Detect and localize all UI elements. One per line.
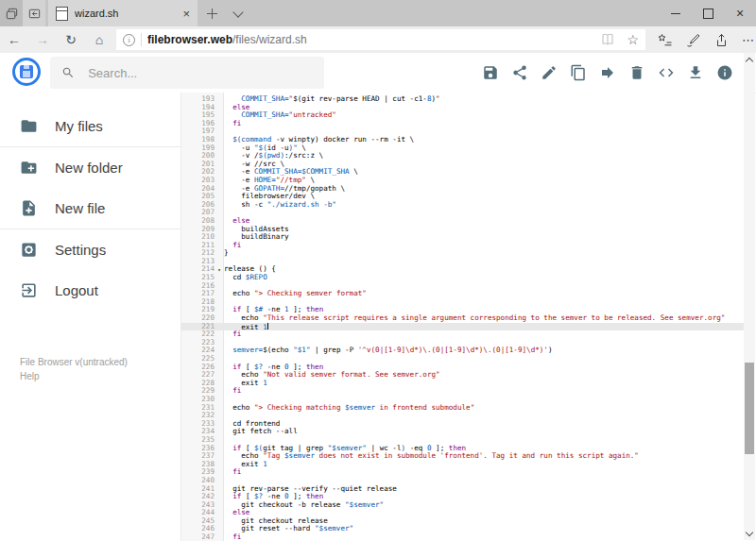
- fold-gutter: [215, 111, 224, 120]
- text-cursor: [267, 323, 268, 330]
- fold-gutter: [215, 339, 224, 347]
- sidebar-item-logout[interactable]: Logout: [0, 270, 180, 311]
- code-line[interactable]: 224 semver=$(echo "$1" | grep -P '^v(0|[…: [181, 347, 744, 355]
- code-line[interactable]: 196 fi: [181, 120, 744, 128]
- code-line[interactable]: 215 cd $REPO: [181, 274, 744, 282]
- maximize-button[interactable]: [692, 0, 724, 26]
- filebrowser-logo[interactable]: [12, 58, 41, 86]
- refresh-button[interactable]: ↻: [57, 32, 85, 47]
- set-tabs-aside-icon[interactable]: [23, 0, 45, 26]
- code-line[interactable]: 221 exit 1: [181, 323, 744, 331]
- site-info-icon[interactable]: i: [123, 34, 135, 46]
- fold-gutter: [215, 445, 224, 453]
- fold-gutter: [215, 177, 224, 185]
- search-box[interactable]: [50, 57, 324, 89]
- fold-gutter: [215, 104, 224, 112]
- save-button[interactable]: [482, 64, 499, 81]
- fold-gutter: [215, 226, 224, 234]
- share-page-icon[interactable]: [713, 32, 730, 48]
- new-tab-button[interactable]: [198, 0, 226, 26]
- close-window-button[interactable]: ×: [724, 0, 756, 26]
- sidebar-item-my-files[interactable]: My files: [0, 106, 180, 146]
- code-line[interactable]: 229 fi: [181, 387, 744, 396]
- favorites-hub-icon[interactable]: [657, 32, 673, 48]
- sidebar: My files New folder New file Settings Lo…: [0, 93, 181, 541]
- code-text: [224, 209, 744, 217]
- code-editor[interactable]: 193 COMMIT_SHA="$(git rev-parse HEAD | c…: [181, 93, 744, 541]
- code-line[interactable]: 239 fi: [181, 468, 744, 477]
- code-text: cd frontend: [224, 420, 744, 429]
- fold-gutter: [215, 298, 224, 307]
- code-line[interactable]: 243 git checkout -b release "$semver": [181, 501, 744, 510]
- fold-gutter: [215, 501, 224, 510]
- fold-gutter: [215, 533, 224, 541]
- sidebar-item-settings[interactable]: Settings: [0, 229, 180, 270]
- tab-close-icon[interactable]: ×: [182, 8, 190, 20]
- fold-gutter: [215, 242, 224, 250]
- favorite-star-icon[interactable]: ☆: [627, 32, 639, 47]
- share-button[interactable]: [511, 64, 528, 81]
- code-text: git checkout -b release "$semver": [224, 501, 744, 510]
- navbar-right-icons: ⋯: [657, 32, 755, 48]
- code-line[interactable]: 217 echo "> Checking semver format": [181, 290, 744, 298]
- settings-icon: [20, 241, 38, 259]
- web-note-pen-icon[interactable]: [685, 32, 701, 48]
- code-line[interactable]: 210 buildBinary: [181, 233, 744, 242]
- home-button[interactable]: ⌂: [85, 32, 113, 47]
- code-text: fi: [224, 533, 744, 541]
- forward-button[interactable]: →: [28, 32, 57, 47]
- code-line[interactable]: 207: [181, 209, 744, 217]
- page-scrollbar[interactable]: [744, 53, 755, 540]
- code-line[interactable]: 211 fi: [181, 242, 744, 250]
- fold-gutter: [215, 396, 224, 404]
- code-line[interactable]: 247 fi: [181, 533, 744, 541]
- minimize-button[interactable]: [660, 0, 692, 26]
- sidebar-item-new-file[interactable]: New file: [0, 188, 180, 228]
- address-bar[interactable]: i filebrowser.web/files/wizard.sh ☆: [116, 29, 645, 50]
- fold-arrow-icon[interactable]: ▾: [215, 265, 224, 274]
- code-line[interactable]: 222 fi: [181, 330, 744, 339]
- code-text: buildBinary: [224, 233, 744, 242]
- code-line[interactable]: 206 sh -c "./wizard.sh -b": [181, 201, 744, 210]
- delete-button[interactable]: [628, 64, 645, 81]
- scroll-up-arrow[interactable]: [744, 54, 755, 65]
- search-input[interactable]: [86, 65, 313, 81]
- code-lines: 193 COMMIT_SHA="$(git rev-parse HEAD | c…: [181, 95, 744, 541]
- code-line[interactable]: 238 exit 1: [181, 461, 744, 469]
- move-button[interactable]: [599, 64, 616, 81]
- raw-code-button[interactable]: [658, 64, 675, 81]
- scrollbar-thumb[interactable]: [745, 363, 754, 454]
- code-line[interactable]: 234 git fetch --all: [181, 428, 744, 436]
- code-text: echo "Tag $semver does not exist in subm…: [224, 452, 744, 461]
- browser-window: { "colors":{"brand_blue":"#2b7de9","icon…: [0, 0, 756, 541]
- code-line[interactable]: 246 git reset --hard "$semver": [181, 525, 744, 533]
- sidebar-item-new-folder[interactable]: New folder: [0, 147, 180, 188]
- code-text: semver=$(echo "$1" | grep -P '^v(0|[1-9]…: [224, 347, 744, 355]
- tab-list-chevron[interactable]: [226, 0, 250, 26]
- back-button[interactable]: ←: [0, 32, 28, 47]
- rename-button[interactable]: [541, 64, 558, 81]
- code-line[interactable]: 193 COMMIT_SHA="$(git rev-parse HEAD | c…: [181, 95, 744, 104]
- more-menu-icon[interactable]: ⋯: [742, 33, 755, 47]
- fold-gutter: [215, 380, 224, 388]
- copy-button[interactable]: [570, 64, 587, 81]
- code-line[interactable]: 212}: [181, 249, 744, 258]
- url-domain: filebrowser.web: [147, 33, 232, 46]
- fold-gutter: [215, 428, 224, 436]
- url-text[interactable]: filebrowser.web/files/wizard.sh: [147, 33, 594, 46]
- maximize-icon: [703, 8, 713, 19]
- url-path: /files/wizard.sh: [232, 33, 307, 46]
- fold-gutter: [215, 371, 224, 380]
- code-line[interactable]: 195 COMMIT_SHA="untracked": [181, 111, 744, 120]
- reading-view-icon[interactable]: [600, 32, 615, 47]
- browser-tab[interactable]: wizard.sh ×: [48, 0, 198, 26]
- scroll-down-arrow[interactable]: [744, 528, 755, 539]
- info-button[interactable]: [716, 64, 733, 81]
- code-line[interactable]: 228 exit 1: [181, 380, 744, 388]
- code-line[interactable]: 231 echo "> Checking matching $semver in…: [181, 404, 744, 413]
- help-link[interactable]: Help: [20, 369, 128, 383]
- tab-preview-icon[interactable]: [0, 0, 23, 26]
- sidebar-item-label: Logout: [55, 282, 98, 298]
- download-button[interactable]: [687, 64, 704, 81]
- fold-gutter: [215, 347, 224, 355]
